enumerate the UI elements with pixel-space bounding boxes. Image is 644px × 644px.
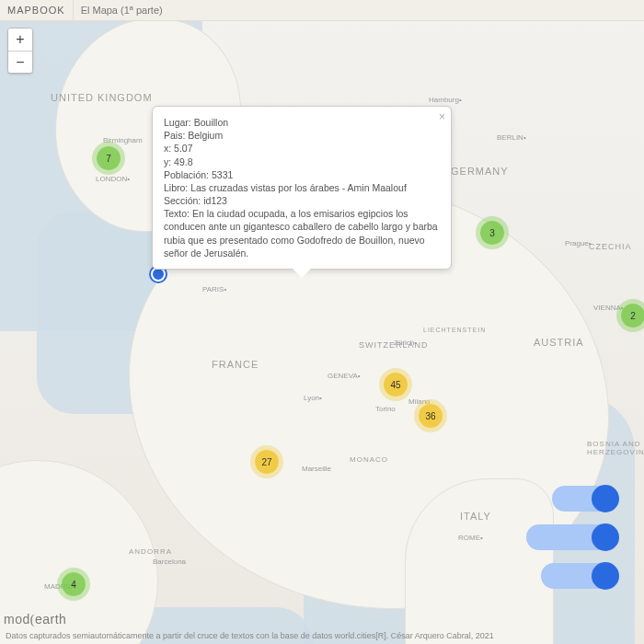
popup-y: y: 49.8 — [164, 155, 440, 168]
cluster-marker-m6[interactable]: 27 — [255, 450, 279, 474]
layer-toggle-3[interactable] — [541, 563, 618, 589]
zoom-in-button[interactable]: + — [8, 29, 32, 51]
city-prague: Prague• — [565, 239, 592, 247]
popup-x: x: 5.07 — [164, 142, 440, 155]
label-czechia: CZECHIA — [589, 242, 632, 251]
topbar: MAPBOOK El Mapa (1ª parte) — [0, 0, 644, 21]
cluster-marker-m7[interactable]: 4 — [62, 572, 86, 596]
cluster-marker-m5[interactable]: 36 — [419, 404, 443, 428]
zoom-out-button[interactable]: − — [8, 51, 32, 73]
zoom-control: + − — [7, 28, 33, 74]
popup-seccion: Sección: id123 — [164, 194, 440, 207]
popup-poblacion: Población: 5331 — [164, 168, 440, 181]
cluster-marker-m1[interactable]: 7 — [97, 146, 121, 170]
cluster-marker-m4[interactable]: 45 — [384, 373, 408, 397]
cluster-marker-m3[interactable]: 2 — [621, 304, 644, 328]
city-vienna: VIENNA• — [593, 304, 624, 312]
popup-libro: Libro: Las cruzadas vistas por los árabe… — [164, 181, 440, 194]
layer-toggle-2[interactable] — [526, 524, 618, 550]
city-hamburg: Hamburg• — [429, 96, 462, 104]
popup-texto: Texto: En la ciudad ocupada, a los emisa… — [164, 207, 440, 259]
attribution-text: Datos capturados semiautomáticamente a p… — [6, 631, 494, 640]
page-subtitle[interactable]: El Mapa (1ª parte) — [74, 5, 170, 16]
label-germany: GERMANY — [451, 166, 509, 177]
toggles-panel — [526, 486, 618, 589]
city-berlin: BERLIN• — [497, 133, 526, 142]
footer-logo: mod(earth — [4, 612, 66, 627]
layer-toggle-1[interactable] — [552, 486, 618, 512]
info-popup: × Lugar: Bouillon Pais: Belgium x: 5.07 … — [152, 106, 452, 270]
popup-close-button[interactable]: × — [439, 109, 445, 124]
popup-pais: Pais: Belgium — [164, 129, 440, 142]
cluster-marker-m2[interactable]: 3 — [480, 221, 504, 245]
popup-lugar: Lugar: Bouillon — [164, 116, 440, 129]
city-barcelona: Barcelona — [153, 558, 186, 566]
brand-title[interactable]: MAPBOOK — [0, 0, 74, 20]
